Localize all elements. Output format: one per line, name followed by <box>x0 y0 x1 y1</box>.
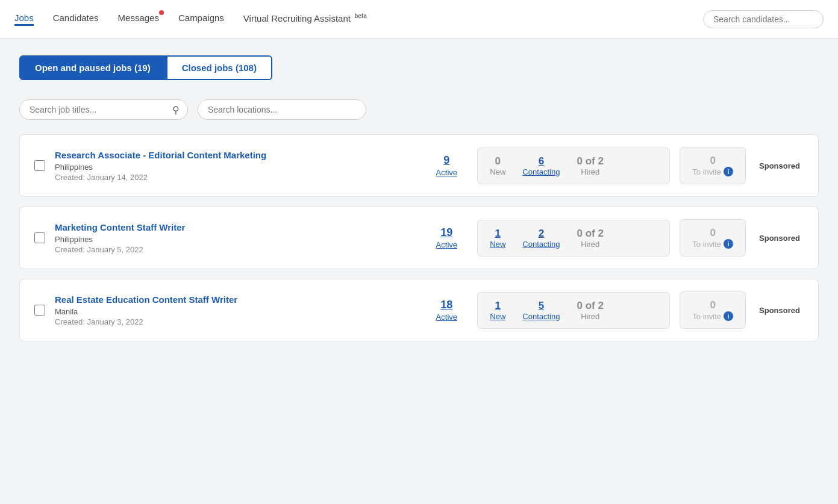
tab-open-jobs[interactable]: Open and paused jobs (19) <box>19 55 166 80</box>
invite-num: 0 <box>692 227 733 239</box>
active-count: 18 Active <box>425 299 467 322</box>
stat-new-label: New <box>490 167 505 176</box>
nav-jobs[interactable]: Jobs <box>14 13 34 26</box>
stat-new: 1 New <box>490 228 505 249</box>
stat-contacting-label[interactable]: Contacting <box>522 167 560 176</box>
job-title-search-input[interactable] <box>19 99 188 120</box>
stat-new-num: 0 <box>490 155 505 167</box>
filter-row: ⚲ <box>19 99 819 120</box>
stat-contacting-num[interactable]: 5 <box>522 300 560 312</box>
messages-badge <box>159 10 164 15</box>
job-card: Research Associate - Editorial Content M… <box>19 134 819 197</box>
nav-campaigns[interactable]: Campaigns <box>178 13 224 25</box>
stat-hired-label: Hired <box>577 312 603 321</box>
stat-new-num[interactable]: 1 <box>490 300 505 312</box>
job-info: Research Associate - Editorial Content M… <box>55 150 416 182</box>
sponsored-badge: Sponsored <box>755 161 804 170</box>
active-label[interactable]: Active <box>436 313 457 322</box>
candidate-search-input[interactable] <box>703 10 824 28</box>
nav-messages-label: Messages <box>118 13 159 23</box>
invite-box: 0 To invite i <box>680 219 746 257</box>
job-title-link[interactable]: Marketing Content Staff Writer <box>55 222 416 232</box>
sponsored-badge: Sponsored <box>755 234 804 243</box>
job-created: Created: January 5, 2022 <box>55 245 416 254</box>
stat-new-num[interactable]: 1 <box>490 228 505 240</box>
stat-hired: 0 of 2 Hired <box>577 155 603 176</box>
job-title-filter-wrap: ⚲ <box>19 99 188 120</box>
job-list: Research Associate - Editorial Content M… <box>19 134 819 351</box>
stat-hired: 0 of 2 Hired <box>577 228 603 249</box>
top-navigation: Jobs Candidates Messages Campaigns Virtu… <box>0 0 838 39</box>
stat-new: 0 New <box>490 155 505 176</box>
stat-new: 1 New <box>490 300 505 321</box>
invite-label-row: To invite i <box>692 311 733 321</box>
job-created: Created: January 14, 2022 <box>55 173 416 182</box>
info-icon[interactable]: i <box>724 311 733 321</box>
job-location: Philippines <box>55 163 416 172</box>
stat-contacting: 5 Contacting <box>522 300 560 321</box>
stat-hired-label: Hired <box>577 167 603 176</box>
info-icon[interactable]: i <box>724 167 733 176</box>
sponsored-badge: Sponsored <box>755 306 804 315</box>
stats-box: 1 New 5 Contacting 0 of 2 Hired <box>477 292 670 329</box>
nav-vra[interactable]: Virtual Recruiting Assistant beta <box>243 13 367 26</box>
invite-label: To invite <box>692 312 721 321</box>
nav-campaigns-label: Campaigns <box>178 13 224 23</box>
invite-label-row: To invite i <box>692 167 733 176</box>
nav-messages[interactable]: Messages <box>118 13 159 25</box>
info-icon[interactable]: i <box>724 239 733 249</box>
tab-closed-jobs[interactable]: Closed jobs (108) <box>166 55 272 80</box>
invite-label: To invite <box>692 167 721 176</box>
stats-box: 1 New 2 Contacting 0 of 2 Hired <box>477 220 670 257</box>
stat-contacting: 6 Contacting <box>522 155 560 176</box>
active-count: 19 Active <box>425 226 467 250</box>
job-card: Marketing Content Staff Writer Philippin… <box>19 207 819 269</box>
invite-box: 0 To invite i <box>680 147 746 184</box>
job-tabs: Open and paused jobs (19) Closed jobs (1… <box>19 55 819 80</box>
invite-num: 0 <box>692 299 733 311</box>
stat-contacting-label[interactable]: Contacting <box>522 312 560 321</box>
search-icon: ⚲ <box>172 104 180 116</box>
job-location: Philippines <box>55 235 416 244</box>
job-created: Created: January 3, 2022 <box>55 317 416 326</box>
stat-new-label[interactable]: New <box>490 312 505 321</box>
job-select-checkbox[interactable] <box>34 305 45 316</box>
active-label[interactable]: Active <box>436 168 457 177</box>
stat-hired-label: Hired <box>577 240 603 249</box>
active-label[interactable]: Active <box>436 240 457 249</box>
job-info: Marketing Content Staff Writer Philippin… <box>55 222 416 254</box>
invite-label-row: To invite i <box>692 239 733 249</box>
nav-links: Jobs Candidates Messages Campaigns Virtu… <box>14 13 703 26</box>
stat-new-label[interactable]: New <box>490 240 505 249</box>
active-num[interactable]: 9 <box>425 154 467 167</box>
location-search-input[interactable] <box>198 99 366 120</box>
invite-box: 0 To invite i <box>680 291 746 329</box>
active-count: 9 Active <box>425 154 467 178</box>
job-card: Real Estate Education Content Staff Writ… <box>19 279 819 341</box>
job-location: Manila <box>55 307 416 316</box>
job-title-link[interactable]: Real Estate Education Content Staff Writ… <box>55 294 416 305</box>
job-info: Real Estate Education Content Staff Writ… <box>55 294 416 326</box>
stat-hired-num: 0 of 2 <box>577 155 603 167</box>
stat-hired-num: 0 of 2 <box>577 300 603 312</box>
stat-contacting-label[interactable]: Contacting <box>522 240 560 249</box>
job-title-link[interactable]: Research Associate - Editorial Content M… <box>55 150 416 160</box>
stat-contacting: 2 Contacting <box>522 228 560 249</box>
stats-box: 0 New 6 Contacting 0 of 2 Hired <box>477 148 670 184</box>
vra-beta-tag: beta <box>354 13 367 19</box>
stat-contacting-num[interactable]: 2 <box>522 228 560 240</box>
invite-num: 0 <box>692 155 733 167</box>
stat-hired-num: 0 of 2 <box>577 228 603 240</box>
nav-vra-label: Virtual Recruiting Assistant <box>243 13 351 23</box>
job-select-checkbox[interactable] <box>34 232 45 243</box>
stat-hired: 0 of 2 Hired <box>577 300 603 321</box>
active-num[interactable]: 18 <box>425 299 467 311</box>
active-num[interactable]: 19 <box>425 226 467 239</box>
stat-contacting-num[interactable]: 6 <box>522 155 560 167</box>
main-content: Open and paused jobs (19) Closed jobs (1… <box>0 39 838 368</box>
nav-jobs-label: Jobs <box>14 13 34 23</box>
job-select-checkbox[interactable] <box>34 160 45 171</box>
nav-candidates[interactable]: Candidates <box>53 13 99 25</box>
invite-label: To invite <box>692 240 721 249</box>
nav-candidates-label: Candidates <box>53 13 99 23</box>
